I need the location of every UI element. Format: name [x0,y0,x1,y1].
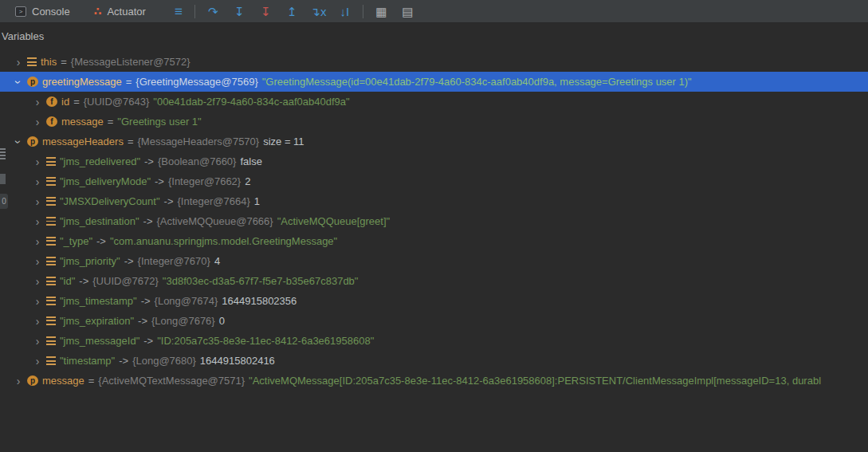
tree-row[interactable]: › "JMSXDeliveryCount" -> {Integer@7664} … [0,191,868,211]
row-separator: = [128,136,134,147]
row-type-ref: {MessageListener@7572} [71,56,190,68]
chevron-icon[interactable]: › [30,356,45,367]
chevron-icon[interactable]: › [30,336,45,347]
tree-row[interactable]: › "jms_timestamp" -> {Long@7674} 1644915… [0,291,868,311]
chevron-icon[interactable]: › [30,176,45,187]
row-plain-value: size = 11 [263,136,304,147]
row-name: "jms_expiration" [60,315,134,327]
chevron-icon[interactable]: › [30,216,45,227]
tab-actuator[interactable]: ∴ Actuator [82,0,158,22]
chevron-icon[interactable]: › [30,236,45,247]
run-to-cursor-icon[interactable]: ↓I [332,0,358,23]
view-as-table-icon[interactable]: ▦ [368,0,395,23]
tab-console[interactable]: > Console [3,0,82,22]
tree-row[interactable]: › "jms_deliveryMode" -> {Integer@7662} 2 [0,171,868,191]
chevron-icon[interactable]: › [11,57,26,68]
chevron-icon[interactable]: › [30,316,45,327]
tool-stripe-badge[interactable]: 0 [0,194,8,209]
row-separator: -> [138,315,147,327]
variables-header: Variables [0,23,868,49]
row-string-value: "Greetings user 1" [117,116,201,128]
row-plain-value: 4 [214,255,220,267]
tool-stripe-icon[interactable] [0,148,6,160]
tree-row[interactable]: › "_type" -> "com.anuanu.springjms.model… [0,231,868,251]
tree-row[interactable]: › this = {MessageListener@7572} [0,52,868,72]
tree-row[interactable]: › "jms_messageId" -> "ID:205a7c35-8e3e-1… [0,331,868,351]
tree-row[interactable]: › "jms_redelivered" -> {Boolean@7660} fa… [0,151,868,171]
row-string-value: "com.anuanu.springjms.model.GreetingMess… [110,235,337,247]
row-plain-value: 1 [254,195,260,207]
chevron-icon[interactable]: › [13,135,24,149]
chevron-icon[interactable]: › [30,296,45,307]
chevron-icon[interactable]: › [30,156,45,167]
tree-row[interactable]: › "jms_priority" -> {Integer@7670} 4 [0,251,868,271]
step-out-icon[interactable]: ↥ [279,0,305,23]
field-icon: f [46,96,57,107]
tree-row[interactable]: › f id = {UUID@7643} "00e41dab-2f79-4a60… [0,92,868,112]
debug-toolbar: > Console ∴ Actuator ≡ ↷ ↧ ↧ ↥ ↴x ↓I ▦ ▤ [0,0,868,23]
row-type-ref: {Long@7674} [155,295,218,307]
chevron-icon[interactable]: › [13,75,24,89]
row-name: "jms_deliveryMode" [60,175,151,187]
row-name: "jms_redelivered" [60,155,140,167]
row-separator: -> [144,155,154,167]
row-string-value: "ID:205a7c35-8e3e-11ec-8412-6a3e61958608… [157,335,374,347]
row-type-ref: {UUID@7643} [84,96,150,108]
row-plain-value: 1644915802356 [222,295,297,307]
tree-row[interactable]: › f message = "Greetings user 1" [0,112,868,132]
row-type-ref: {Integer@7664} [177,195,249,207]
value-icon [46,157,56,166]
tree-row[interactable]: › p greetingMessage = {GreetingMessage@7… [0,72,868,92]
tree-row[interactable]: › "timestamp" -> {Long@7680} 16449158024… [0,351,868,371]
menu-icon[interactable]: ≡ [167,0,190,23]
row-name: id [61,96,69,108]
tree-row[interactable]: › "jms_destination" -> {ActiveMQQueue@76… [0,211,868,231]
row-string-value: "00e41dab-2f79-4a60-834c-aaf0ab40df9a" [153,96,349,108]
tree-row[interactable]: › p messageHeaders = {MessageHeaders@757… [0,132,868,151]
layout-settings-icon[interactable]: ▤ [395,0,421,23]
row-name: messageHeaders [42,136,124,147]
row-name: "timestamp" [60,355,115,367]
drop-frame-icon[interactable]: ↴x [305,0,332,23]
tool-stripe-icon[interactable] [0,174,6,184]
value-icon [46,237,56,246]
row-name: "id" [60,275,75,287]
chevron-icon[interactable]: › [30,276,45,287]
chevron-icon[interactable]: › [30,256,45,267]
tree-row[interactable]: › "id" -> {UUID@7672} "3d8f03ec-d3a5-67f… [0,271,868,291]
tree-row[interactable]: › p message = {ActiveMQTextMessage@7571}… [0,371,868,391]
toolbar-separator [363,5,363,18]
chevron-icon[interactable]: › [30,196,45,207]
row-separator: = [108,116,114,128]
toolbar-separator [194,5,195,18]
row-type-ref: {Long@7680} [132,355,196,367]
row-name: message [42,375,84,387]
value-icon [46,277,56,285]
row-separator: = [73,96,80,108]
step-over-icon[interactable]: ↷ [200,0,226,23]
step-into-icon[interactable]: ↧ [226,0,253,23]
variables-tree: › this = {MessageListener@7572} › p gree… [0,49,868,391]
row-plain-value: 2 [245,175,250,187]
row-name: "jms_timestamp" [60,295,137,307]
chevron-icon[interactable]: › [30,116,45,128]
row-type-ref: {ActiveMQQueue@7666} [156,215,273,227]
row-separator: = [126,76,132,88]
tab-actuator-label: Actuator [107,6,145,18]
property-icon: p [27,77,38,87]
chevron-icon[interactable]: › [11,375,26,387]
row-type-ref: {Integer@7670} [138,255,210,267]
row-type-ref: {ActiveMQTextMessage@7571} [98,375,245,387]
row-plain-value: 1644915802416 [200,355,275,367]
chevron-icon[interactable]: › [30,96,45,108]
force-step-into-icon[interactable]: ↧ [253,0,279,23]
row-separator: -> [143,335,153,347]
panel-title: Variables [2,30,44,42]
tree-row[interactable]: › "jms_expiration" -> {Long@7676} 0 [0,311,868,331]
value-icon [27,57,37,66]
debugger-panel: > Console ∴ Actuator ≡ ↷ ↧ ↧ ↥ ↴x ↓I ▦ ▤… [0,0,868,391]
value-icon [46,316,56,325]
row-separator: = [61,56,67,68]
value-icon [46,197,56,206]
row-separator: -> [141,295,151,307]
